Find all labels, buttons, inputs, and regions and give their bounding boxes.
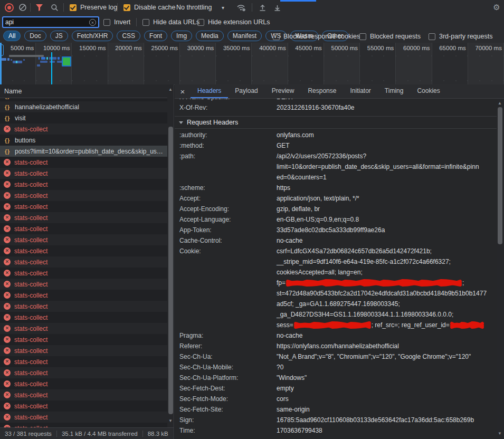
blocked-requests-checkbox[interactable]: Blocked requests [359,29,421,44]
request-row-buttons[interactable]: {}buttons [0,135,167,146]
request-row-stats-collect[interactable]: ✕stats-collect [0,323,167,334]
filter-chip-doc[interactable]: Doc [24,31,46,41]
request-row-stats-collect[interactable]: ✕stats-collect [0,157,167,168]
network-conditions-icon[interactable] [234,0,248,15]
waterfall-bar [23,59,25,61]
record-icon[interactable] [2,0,16,15]
timeline-overview[interactable]: 70000 ms65000 ms60000 ms55000 ms50000 ms… [0,43,504,85]
tab-response[interactable]: Response [301,84,343,98]
request-name: buttons [15,137,167,144]
close-icon[interactable]: × [175,84,191,98]
request-row-stats-collect[interactable]: ✕stats-collect [0,245,167,256]
clear-filter-icon[interactable]: × [89,19,96,26]
request-row-stats-collect[interactable]: ✕stats-collect [0,345,167,356]
request-row-stats-collect[interactable]: ✕stats-collect [0,268,167,279]
filter-chip-fetch-xhr[interactable]: Fetch/XHR [72,31,113,41]
request-row-stats-collect[interactable]: ✕stats-collect [0,223,167,234]
clear-icon[interactable] [16,0,30,15]
preserve-log-checkbox[interactable]: Preserve log [70,0,117,15]
filter-chip-font[interactable]: Font [144,31,167,41]
request-name: stats-collect [14,358,167,366]
header-value-text: ; ref_src=; reg_ref_user_id= [372,320,450,330]
request-row-hannahelizabethofficial[interactable]: {}hannahelizabethofficial [0,101,167,112]
tab-cookies[interactable]: Cookies [410,84,446,98]
header-row-time: Time:1703636799438 [175,425,497,436]
request-row-stats-collect[interactable]: ✕stats-collect [0,400,167,412]
scroll-up-icon[interactable]: ▲ [167,87,174,92]
tab-headers[interactable]: Headers [191,84,228,98]
request-row-stats-collect[interactable]: ✕stats-collect [0,356,167,367]
name-column-header[interactable]: Name [0,84,174,98]
tab-timing[interactable]: Timing [378,84,411,98]
header-value-text: gzip, deflate, br [277,204,320,214]
scroll-down-icon[interactable]: ▼ [167,418,174,423]
request-row-posts-limit-10-order-publish-d[interactable]: {}posts?limit=10&order=publish_date_desc… [0,146,167,157]
request-row-stats-collect[interactable]: ✕stats-collect [0,179,167,190]
blocked-response-cookies-checkbox[interactable]: Blocked response cookies [273,29,360,44]
request-row-stats-collect[interactable]: ✕stats-collect [0,301,167,312]
request-row-stats-collect[interactable]: ✕stats-collect [0,190,167,201]
filter-chip-js[interactable]: JS [50,31,68,41]
request-row-stats-collect[interactable]: ✕stats-collect [0,256,167,268]
import-har-icon[interactable] [255,0,269,15]
scrollbar-thumb[interactable] [498,107,502,244]
headers-pane-scrollbar[interactable]: ▲ ▼ [497,99,504,439]
hide-extension-urls-checkbox[interactable]: Hide extension URLs [197,15,270,30]
request-row-stats-collect[interactable]: ✕stats-collect [0,412,167,423]
filter-chip-img[interactable]: Img [171,31,192,41]
filter-input[interactable]: api × [2,16,99,28]
request-headers-section-header[interactable]: Request Headers [175,117,497,128]
tab-payload[interactable]: Payload [228,84,264,98]
hide-data-urls-checkbox[interactable]: Hide data URLs [142,15,199,30]
request-row-stats-collect[interactable]: ✕stats-collect [0,168,167,179]
request-name: stats-collect [14,192,167,199]
header-name: X-Of-Rev: [175,102,277,113]
header-value-text: /api2/v2/users/20572336/posts? [277,151,366,161]
header-value: "Windows" [277,373,497,383]
tab-initiator[interactable]: Initiator [343,84,377,98]
header-row-referer: Referer:https://onlyfans.com/hannaheliza… [175,341,497,351]
failed-request-icon: ✕ [4,159,11,166]
request-row-stats-collect[interactable]: ✕stats-collect [0,378,167,389]
record-ring [5,3,14,12]
filter-chip-all[interactable]: All [3,31,21,41]
filter-chip-css[interactable]: CSS [117,31,140,41]
header-name: Cookie: [175,246,277,330]
scroll-down-icon[interactable]: ▼ [497,431,503,436]
export-har-icon[interactable] [270,0,284,15]
request-row-stats-collect[interactable]: ✕stats-collect [0,201,167,212]
filter-chip-media[interactable]: Media [196,31,224,41]
overview-grip-handle[interactable] [0,44,4,56]
request-row-stats-collect[interactable]: ✕stats-collect [0,212,167,223]
filter-chip-manifest[interactable]: Manifest [227,31,262,41]
third-party-requests-checkbox[interactable]: 3rd-party requests [429,29,492,44]
filter-icon[interactable] [32,0,46,15]
throttling-dropdown[interactable]: No throttling [176,0,212,15]
gear-icon[interactable]: ⚙ [490,0,503,15]
header-row-cache-control: Cache-Control:no-cache [175,235,497,246]
request-row-stats-collect[interactable]: ✕stats-collect [0,123,167,135]
request-row-stats-collect[interactable]: ✕stats-collect [0,334,167,345]
request-row-stats-collect[interactable]: ✕stats-collect [0,312,167,323]
request-name: stats-collect [14,403,167,410]
chevron-down-icon[interactable]: ▾ [222,0,224,15]
scrollbar-thumb[interactable] [168,127,173,414]
request-row-stats-collect[interactable]: ✕stats-collect [0,367,167,378]
request-row-stats-collect[interactable]: ✕stats-collect [0,423,167,427]
request-name: init [15,98,167,100]
request-row-stats-collect[interactable]: ✕stats-collect [0,389,167,400]
timeline-tick-label: 70000 ms [475,45,502,51]
request-list-scrollbar[interactable]: ▲ ▼ [167,84,174,427]
header-value-text: __stripe_mid=9df140f6-e64a-419e-85fc-a1c… [277,256,451,267]
checkbox-unchecked-icon [359,33,366,40]
disable-cache-checkbox[interactable]: Disable cache [123,0,176,15]
scroll-up-icon[interactable]: ▲ [497,101,503,106]
request-row-stats-collect[interactable]: ✕stats-collect [0,290,167,301]
request-row-stats-collect[interactable]: ✕stats-collect [0,279,167,290]
search-icon[interactable] [47,0,61,15]
header-name: :path: [175,151,277,183]
request-row-stats-collect[interactable]: ✕stats-collect [0,234,167,245]
request-row-visit[interactable]: {}visit [0,112,167,123]
invert-checkbox[interactable]: Invert [103,15,130,30]
tab-preview[interactable]: Preview [265,84,301,98]
